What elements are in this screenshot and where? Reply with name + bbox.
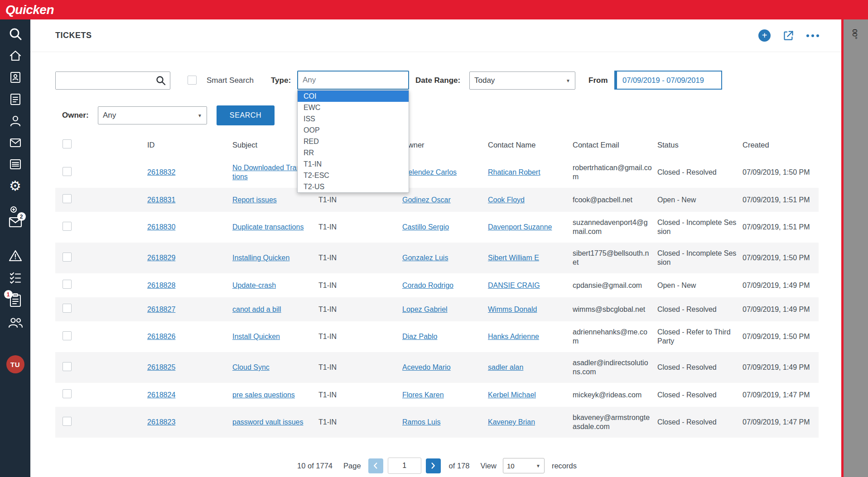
search-submit-icon[interactable] xyxy=(155,75,166,86)
user-avatar[interactable]: TU xyxy=(6,355,24,373)
type-option-t1-in[interactable]: T1-IN xyxy=(298,158,409,170)
type-option-oop[interactable]: OOP xyxy=(298,124,409,136)
ticket-id-link[interactable]: 2618830 xyxy=(147,223,175,231)
type-option-ewc[interactable]: EWC xyxy=(298,102,409,113)
ticket-status: Open - New xyxy=(657,273,743,297)
ticket-subject-link[interactable]: Duplicate transactions xyxy=(232,223,304,231)
row-checkbox[interactable] xyxy=(63,417,72,426)
list-icon[interactable] xyxy=(8,157,23,172)
page-size-select[interactable]: 10 ▼ xyxy=(503,458,545,473)
contact-name-link[interactable]: sadler alan xyxy=(488,363,523,371)
sidebar-search-icon[interactable] xyxy=(8,27,23,41)
owner-select[interactable]: Any ▼ xyxy=(98,106,207,124)
date-range-select[interactable]: Today ▼ xyxy=(469,72,575,90)
notes-icon[interactable] xyxy=(8,92,23,106)
more-options-icon[interactable] xyxy=(806,34,819,37)
ticket-id-link[interactable]: 2618824 xyxy=(147,391,175,399)
ticket-id-link[interactable]: 2618831 xyxy=(147,196,175,204)
settings-gear-icon[interactable]: ⚙ xyxy=(8,179,23,193)
type-option-t2-us[interactable]: T2-US xyxy=(298,181,409,192)
ticket-id-link[interactable]: 2618826 xyxy=(147,333,175,340)
ticket-owner-link[interactable]: Melendez Carlos xyxy=(402,168,457,176)
smart-search-checkbox[interactable] xyxy=(188,76,197,85)
ticket-owner-link[interactable]: Castillo Sergio xyxy=(402,223,449,231)
ticket-subject-link[interactable]: password vault issues xyxy=(232,418,304,426)
ticket-owner-link[interactable]: Godinez Oscar xyxy=(402,196,451,204)
ticket-owner-link[interactable]: Diaz Pablo xyxy=(402,333,437,340)
mail-icon[interactable] xyxy=(8,135,23,150)
row-checkbox[interactable] xyxy=(63,167,72,176)
tasks-clipboard-icon[interactable]: 1 xyxy=(8,292,23,308)
record-count: 10 of 1774 xyxy=(297,462,333,470)
contact-name-link-cell: Cook Floyd xyxy=(488,188,573,212)
contact-name-link[interactable]: Wimms Donald xyxy=(488,305,537,313)
new-mail-icon[interactable]: 2 xyxy=(8,206,23,230)
row-checkbox[interactable] xyxy=(63,222,72,231)
teams-icon[interactable] xyxy=(8,315,23,330)
ticket-owner-link[interactable]: Corado Rodrigo xyxy=(402,281,453,289)
ticket-search-input[interactable] xyxy=(56,72,155,89)
ticket-subject-link[interactable]: Installing Quicken xyxy=(232,254,289,262)
type-option-t2-esc[interactable]: T2-ESC xyxy=(298,170,409,181)
ticket-owner-link-cell: Flores Karen xyxy=(402,383,488,407)
ticket-created: 07/09/2019, 1:47 PM xyxy=(743,407,819,438)
contact-name-link[interactable]: Sibert William E xyxy=(488,254,539,262)
ticket-subject-link[interactable]: Cloud Sync xyxy=(232,363,270,371)
row-checkbox[interactable] xyxy=(63,253,72,262)
checklist-icon[interactable] xyxy=(8,270,23,285)
ticket-id-link[interactable]: 2618825 xyxy=(147,363,175,371)
ticket-owner-link[interactable]: Flores Karen xyxy=(402,391,444,399)
ticket-subject-link-cell: password vault issues xyxy=(232,407,318,438)
export-share-icon[interactable] xyxy=(782,29,795,42)
contact-name-link[interactable]: Hanks Adrienne xyxy=(488,333,539,340)
add-ticket-icon[interactable]: + xyxy=(758,29,771,42)
ticket-subject-link[interactable]: Report issues xyxy=(232,196,277,204)
ticket-type: T1-IN xyxy=(318,273,402,297)
sidebar: ⚙ 2 1 TU xyxy=(0,19,30,477)
ticket-id-link[interactable]: 2618823 xyxy=(147,418,175,426)
type-option-rr[interactable]: RR xyxy=(298,147,409,158)
ticket-owner-link[interactable]: Gonzalez Luis xyxy=(402,254,448,262)
alerts-warning-icon[interactable] xyxy=(8,248,23,263)
row-checkbox[interactable] xyxy=(63,331,72,340)
page-number-input[interactable] xyxy=(388,458,421,474)
ticket-subject-link[interactable]: pre sales questions xyxy=(232,391,295,399)
date-range-input-value: 07/09/2019 - 07/09/2019 xyxy=(622,76,704,85)
ticket-owner-link[interactable]: Ramos Luis xyxy=(402,418,440,426)
row-checkbox[interactable] xyxy=(63,194,72,203)
type-option-coi[interactable]: COI xyxy=(298,91,409,102)
contact-name-link[interactable]: Rhatican Robert xyxy=(488,168,540,176)
row-checkbox[interactable] xyxy=(63,304,72,313)
contact-name-link[interactable]: Cook Floyd xyxy=(488,196,525,204)
ticket-id-link[interactable]: 2618832 xyxy=(147,168,175,176)
date-range-value: Today xyxy=(474,76,495,85)
type-input[interactable] xyxy=(297,71,409,90)
home-icon[interactable] xyxy=(8,48,23,63)
ticket-owner-link[interactable]: Lopez Gabriel xyxy=(402,305,448,313)
ticket-id-link[interactable]: 2618829 xyxy=(147,254,175,262)
type-option-iss[interactable]: ISS xyxy=(298,113,409,124)
ticket-subject-link[interactable]: canot add a bill xyxy=(232,305,281,313)
select-all-checkbox[interactable] xyxy=(63,139,72,148)
contact-name-link[interactable]: DANSIE CRAIG xyxy=(488,281,540,289)
row-checkbox[interactable] xyxy=(63,362,72,371)
ticket-subject-link[interactable]: Update-crash xyxy=(232,281,276,289)
prev-page-button[interactable] xyxy=(368,458,383,473)
row-checkbox[interactable] xyxy=(63,280,72,289)
contact-name-link[interactable]: Kaveney Brian xyxy=(488,418,535,426)
next-page-button[interactable] xyxy=(426,458,441,473)
search-button[interactable]: SEARCH xyxy=(217,105,275,125)
ticket-subject-link[interactable]: Install Quicken xyxy=(232,333,280,340)
ticket-id-link[interactable]: 2618827 xyxy=(147,305,175,313)
type-option-red[interactable]: RED xyxy=(298,136,409,147)
date-range-input[interactable]: 07/09/2019 - 07/09/2019 xyxy=(614,71,722,90)
ticket-id-link[interactable]: 2618828 xyxy=(147,281,175,289)
contacts-icon[interactable] xyxy=(8,70,23,85)
ticket-owner-link[interactable]: Acevedo Mario xyxy=(402,363,451,371)
contact-name-link[interactable]: Kerbel Michael xyxy=(488,391,536,399)
row-checkbox[interactable] xyxy=(63,389,72,398)
contact-name-link[interactable]: Davenport Suzanne xyxy=(488,223,552,231)
user-icon[interactable] xyxy=(8,114,23,128)
ticket-owner-link-cell: Melendez Carlos xyxy=(402,157,488,188)
column-header-owner: Owner xyxy=(402,133,488,157)
